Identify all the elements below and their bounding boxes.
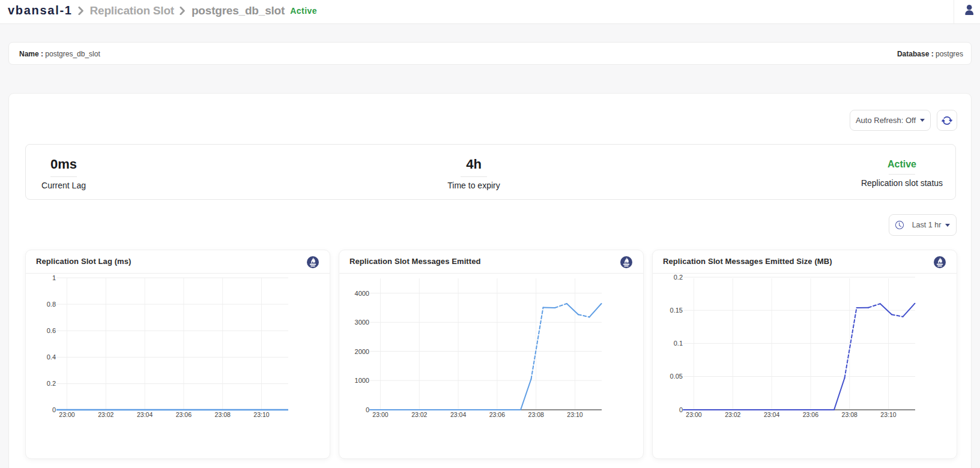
svg-text:1: 1 — [52, 274, 56, 281]
svg-text:23:04: 23:04 — [137, 411, 153, 418]
svg-text:23:00: 23:00 — [686, 411, 701, 418]
svg-text:0.05: 0.05 — [670, 373, 683, 380]
svg-text:0.6: 0.6 — [47, 327, 56, 334]
svg-text:0.2: 0.2 — [674, 274, 683, 281]
svg-text:0: 0 — [52, 406, 56, 413]
svg-text:23:06: 23:06 — [803, 411, 818, 418]
svg-text:23:08: 23:08 — [215, 411, 231, 418]
svg-text:4000: 4000 — [355, 290, 369, 297]
svg-text:23:10: 23:10 — [880, 411, 896, 418]
svg-text:23:10: 23:10 — [567, 411, 582, 418]
svg-text:0.15: 0.15 — [670, 307, 683, 314]
svg-text:23:10: 23:10 — [253, 411, 269, 418]
svg-text:23:02: 23:02 — [725, 411, 740, 418]
svg-text:0.1: 0.1 — [674, 340, 683, 347]
svg-text:2000: 2000 — [355, 348, 369, 355]
svg-text:23:04: 23:04 — [450, 411, 466, 418]
svg-text:0.4: 0.4 — [47, 353, 56, 361]
svg-text:23:02: 23:02 — [98, 411, 113, 418]
svg-text:1000: 1000 — [355, 377, 369, 384]
svg-text:23:08: 23:08 — [528, 411, 544, 418]
svg-text:23:06: 23:06 — [489, 411, 505, 418]
svg-text:23:00: 23:00 — [372, 411, 388, 418]
svg-text:23:04: 23:04 — [764, 411, 779, 418]
svg-text:0.2: 0.2 — [47, 380, 56, 387]
svg-text:23:00: 23:00 — [59, 411, 74, 418]
svg-text:3000: 3000 — [355, 319, 369, 326]
svg-text:23:06: 23:06 — [176, 411, 192, 418]
svg-text:0: 0 — [366, 406, 369, 413]
svg-text:23:02: 23:02 — [411, 411, 427, 418]
svg-text:0.8: 0.8 — [47, 301, 56, 308]
svg-text:23:08: 23:08 — [842, 411, 858, 418]
svg-text:0: 0 — [679, 406, 683, 413]
